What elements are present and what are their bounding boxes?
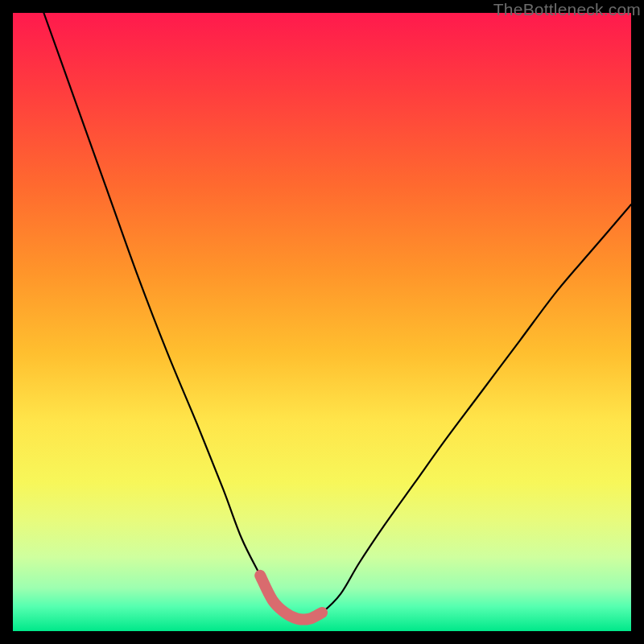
chart-frame: [13, 13, 631, 631]
watermark-text: TheBottleneck.com: [493, 0, 641, 19]
chart-svg: [13, 13, 631, 631]
optimal-region-highlight: [260, 576, 322, 620]
plot-area: [13, 13, 631, 631]
bottleneck-curve: [43, 13, 631, 620]
